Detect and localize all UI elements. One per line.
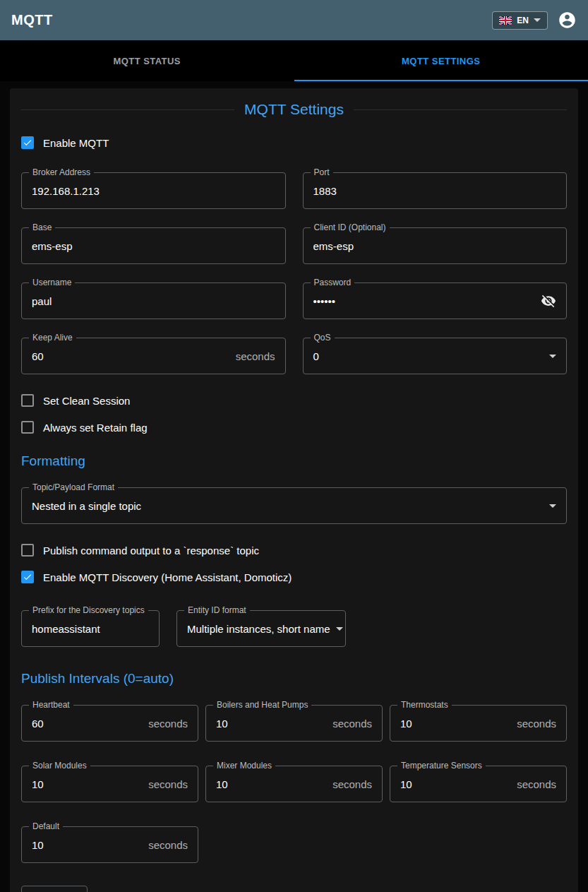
enable-mqtt-label: Enable MQTT	[43, 137, 109, 149]
temperature-input[interactable]	[400, 778, 511, 790]
save-button[interactable]: SAVE	[21, 886, 88, 892]
default-suffix: seconds	[148, 839, 188, 851]
intervals-grid: Heartbeat seconds Boilers and Heat Pumps…	[21, 705, 567, 863]
password-field: Password	[303, 283, 568, 319]
broker-address-field: Broker Address	[21, 172, 286, 209]
boilers-input[interactable]	[216, 718, 327, 730]
enable-mqtt-checkbox[interactable]	[21, 136, 34, 149]
boilers-interval-field: Boilers and Heat Pumps seconds	[205, 705, 383, 742]
boilers-suffix: seconds	[332, 718, 372, 730]
heartbeat-interval-field: Heartbeat seconds	[21, 705, 198, 742]
temperature-interval-field: Temperature Sensors seconds	[390, 766, 567, 802]
username-field: Username	[21, 283, 286, 319]
tab-mqtt-settings[interactable]: MQTT SETTINGS	[294, 40, 588, 81]
save-row: SAVE	[21, 886, 567, 892]
port-field: Port	[303, 172, 568, 209]
thermostats-suffix: seconds	[517, 718, 556, 730]
language-selector-button[interactable]: EN	[492, 11, 548, 30]
clean-session-label: Set Clean Session	[43, 395, 130, 407]
appbar-actions: EN	[492, 11, 577, 30]
entity-format-select[interactable]: Entity ID format Multiple instances, sho…	[176, 610, 346, 647]
dropdown-arrow-icon	[549, 504, 556, 508]
temperature-suffix: seconds	[517, 778, 556, 790]
client-id-field: Client ID (Optional)	[303, 227, 568, 264]
heartbeat-input[interactable]	[32, 718, 143, 730]
qos-value: 0	[313, 350, 544, 362]
discovery-checkbox[interactable]	[21, 571, 34, 583]
visibility-off-icon	[541, 293, 556, 309]
broker-address-input[interactable]	[32, 185, 275, 197]
check-icon	[23, 571, 32, 583]
publish-response-label: Publish command output to a `response` t…	[43, 545, 259, 557]
topic-format-select[interactable]: Topic/Payload Format Nested in a single …	[21, 487, 567, 524]
mixer-interval-field: Mixer Modules seconds	[205, 766, 383, 802]
solar-suffix: seconds	[148, 778, 188, 790]
thermostats-interval-field: Thermostats seconds	[390, 705, 567, 742]
toggle-password-visibility-button[interactable]	[541, 293, 556, 309]
temperature-label: Temperature Sensors	[397, 761, 486, 771]
default-input[interactable]	[32, 839, 143, 851]
password-input[interactable]	[313, 295, 536, 307]
dropdown-arrow-icon	[549, 355, 556, 358]
thermostats-label: Thermostats	[397, 700, 452, 710]
chevron-down-icon	[534, 18, 541, 22]
clean-session-checkbox[interactable]	[21, 394, 34, 407]
discovery-label: Enable MQTT Discovery (Home Assistant, D…	[43, 571, 292, 583]
qos-select[interactable]: QoS 0	[303, 338, 568, 374]
discovery-row: Enable MQTT Discovery (Home Assistant, D…	[21, 571, 567, 583]
discovery-prefix-field: Prefix for the Discovery topics	[21, 610, 160, 647]
clean-session-row: Set Clean Session	[21, 394, 567, 407]
client-id-input[interactable]	[313, 240, 557, 252]
keep-alive-field: Keep Alive seconds	[21, 338, 286, 374]
language-label: EN	[517, 16, 529, 25]
retain-flag-checkbox[interactable]	[21, 421, 34, 434]
thermostats-input[interactable]	[400, 718, 511, 730]
page-title-row: MQTT Settings	[21, 101, 567, 118]
port-input[interactable]	[313, 185, 557, 197]
enable-mqtt-row: Enable MQTT	[21, 136, 567, 149]
tab-mqtt-status[interactable]: MQTT STATUS	[0, 40, 294, 81]
port-label: Port	[311, 167, 333, 177]
discovery-prefix-label: Prefix for the Discovery topics	[29, 605, 148, 615]
account-button[interactable]	[558, 11, 577, 30]
mixer-suffix: seconds	[332, 778, 372, 790]
default-interval-field: Default seconds	[21, 826, 198, 863]
entity-format-value: Multiple instances, short name	[187, 623, 330, 635]
app-bar: MQTT EN	[0, 0, 588, 40]
keep-alive-suffix: seconds	[236, 350, 275, 362]
mixer-input[interactable]	[216, 778, 327, 790]
uk-flag-icon	[499, 16, 512, 25]
mixer-label: Mixer Modules	[213, 761, 275, 771]
discovery-prefix-input[interactable]	[32, 623, 149, 635]
publish-response-checkbox[interactable]	[21, 544, 34, 557]
discovery-fields-row: Prefix for the Discovery topics Entity I…	[21, 610, 567, 647]
app-title: MQTT	[11, 12, 53, 28]
topic-format-value: Nested in a single topic	[32, 500, 544, 512]
formatting-heading: Formatting	[21, 453, 567, 469]
qos-label: QoS	[311, 333, 335, 343]
tab-bar: MQTT STATUS MQTT SETTINGS	[0, 40, 588, 81]
broker-fields-grid: Broker Address Port Base Client ID (Opti…	[21, 172, 567, 374]
solar-interval-field: Solar Modules seconds	[21, 766, 198, 802]
client-id-label: Client ID (Optional)	[311, 222, 390, 232]
entity-format-label: Entity ID format	[184, 605, 250, 615]
account-circle-icon	[558, 11, 577, 30]
heartbeat-suffix: seconds	[148, 718, 188, 730]
default-label: Default	[29, 821, 63, 831]
base-input[interactable]	[32, 240, 275, 252]
solar-input[interactable]	[32, 778, 143, 790]
settings-card: MQTT Settings Enable MQTT Broker Address…	[10, 88, 578, 892]
broker-address-label: Broker Address	[29, 167, 94, 177]
page-title: MQTT Settings	[244, 101, 344, 118]
check-icon	[23, 137, 32, 148]
topic-format-label: Topic/Payload Format	[29, 482, 118, 492]
heartbeat-label: Heartbeat	[29, 700, 73, 710]
publish-response-row: Publish command output to a `response` t…	[21, 544, 567, 557]
dropdown-arrow-icon	[336, 627, 343, 631]
retain-flag-row: Always set Retain flag	[21, 421, 567, 434]
base-field: Base	[21, 227, 286, 264]
password-label: Password	[311, 278, 355, 287]
keep-alive-input[interactable]	[32, 350, 230, 362]
username-label: Username	[29, 278, 75, 287]
username-input[interactable]	[32, 295, 275, 307]
